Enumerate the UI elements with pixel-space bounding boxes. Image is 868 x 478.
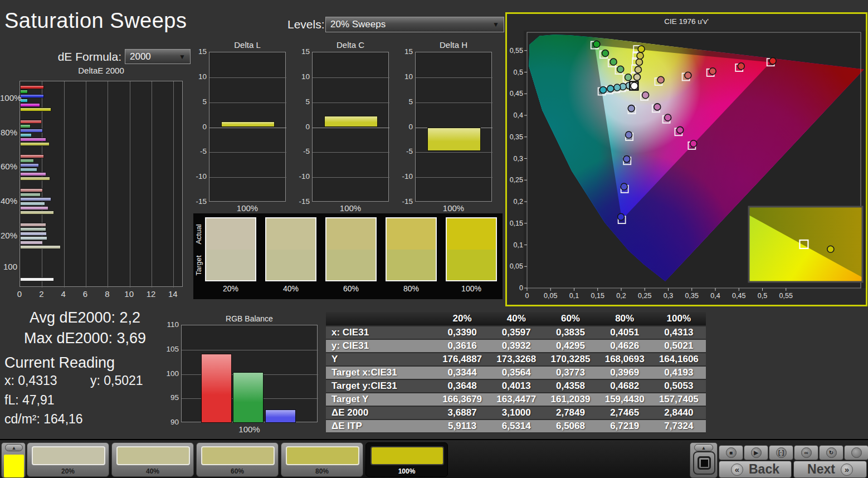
- play-button[interactable]: ▶: [744, 445, 768, 460]
- actual-target-swatch: [446, 217, 497, 281]
- x-tick-label: 2: [36, 289, 47, 299]
- de-formula-dropdown[interactable]: 2000 ▼: [125, 49, 191, 64]
- gridline: [416, 77, 492, 78]
- up-arrow-icon[interactable]: ▲: [5, 444, 23, 451]
- chart-title: Delta H: [415, 40, 492, 50]
- avg-de2000: Avg dE2000: 2,2: [0, 308, 170, 328]
- svg-text:0,5: 0,5: [514, 69, 523, 76]
- actual-target-swatch: [205, 217, 256, 281]
- refresh-button[interactable]: ↻: [819, 445, 843, 460]
- table-cell: 173,3268: [489, 353, 543, 365]
- row-label: ΔE ITP: [326, 420, 435, 432]
- deltae-bar-20%: [20, 227, 46, 231]
- x-tick-label: 14: [167, 289, 178, 299]
- chevron-down-icon: ▼: [492, 21, 499, 28]
- gridline: [209, 103, 286, 103]
- x-category-label: 100%: [181, 425, 318, 434]
- svg-text:0,4: 0,4: [514, 111, 523, 119]
- deltae-bar-40%: [20, 211, 54, 214]
- deltae-bar-40%: [20, 188, 43, 192]
- calibration-app-window: Saturation Sweeps dE Formula: 2000 ▼ Lev…: [0, 0, 868, 478]
- table-cell: 0,3969: [598, 367, 652, 379]
- y-tick-label: -5: [294, 147, 310, 155]
- table-cell: 0,4358: [543, 380, 597, 392]
- x-tick-label: 10: [124, 289, 135, 299]
- back-button[interactable]: « Back: [719, 461, 792, 478]
- current-patch-panel: ▲: [1, 442, 26, 478]
- tile-20%[interactable]: 20%: [27, 442, 109, 477]
- deltae-bar-80%: [20, 129, 43, 133]
- gridline: [64, 81, 65, 287]
- tile-80%[interactable]: 80%: [281, 442, 363, 477]
- svg-text:0,15: 0,15: [591, 292, 604, 300]
- deltae-bar-60%: [20, 154, 44, 158]
- step-button[interactable]: [·]: [769, 445, 793, 460]
- table-cell: 2,8440: [652, 407, 706, 419]
- svg-text:0,25: 0,25: [638, 292, 651, 300]
- y-tick-label: 15: [397, 47, 413, 56]
- table-row: y: CIE310,36160,39320,42950,46260,5021: [326, 340, 706, 352]
- table-cell: 0,5053: [652, 380, 706, 392]
- actual-color: [266, 218, 315, 250]
- delta_c-plot: [312, 52, 389, 202]
- delta-c-chart: Delta C151050-5-10-15100%: [294, 38, 390, 214]
- up-arrow-icon[interactable]: ▲: [694, 444, 713, 451]
- gridline: [108, 81, 108, 287]
- svg-text:0,55: 0,55: [510, 47, 523, 55]
- play-icon: ▶: [751, 447, 762, 458]
- deltae-bar-80%: [20, 142, 50, 146]
- tile-swatch: [32, 446, 105, 465]
- table-cell: 7,7324: [652, 420, 706, 432]
- next-button[interactable]: Next »: [793, 461, 867, 478]
- tile-label: 100%: [366, 467, 447, 475]
- stop-button[interactable]: ■: [719, 445, 743, 460]
- y-tick-label: -15: [397, 197, 413, 206]
- table-cell: 0,4193: [652, 367, 706, 379]
- column-header: 20%: [435, 312, 489, 325]
- deltae-bar-100%: [20, 99, 28, 103]
- cie-measured-circle-yellow: [636, 58, 642, 65]
- deltae2000-chart: DeltaE 200002468101214100%80%60%40%20%10…: [0, 66, 192, 300]
- deltae-bar-40%: [20, 197, 51, 201]
- cie-measured-circle-blue: [623, 155, 630, 162]
- target-color: [326, 250, 376, 281]
- row-label: Target Y: [326, 393, 435, 406]
- cie-measured-circle-yellow: [638, 46, 645, 52]
- tile-label: 80%: [281, 467, 363, 475]
- actual-target-swatch: [325, 217, 377, 281]
- current-reading-cdm2: cd/m²: 164,16: [4, 412, 83, 427]
- rgb-plot: [181, 325, 318, 422]
- tile-40%[interactable]: 40%: [111, 442, 194, 477]
- table-header-row: 20%40%60%80%100%: [326, 312, 706, 325]
- y-tick-label: 90: [164, 418, 179, 426]
- y-tick-label: -10: [397, 172, 413, 181]
- de-summary: Avg dE2000: 2,2 Max dE2000: 3,69: [0, 308, 170, 349]
- gridline: [313, 177, 389, 178]
- tile-60%[interactable]: 60%: [196, 442, 279, 477]
- table-cell: 0,3932: [489, 340, 543, 352]
- current-patch-swatch: [4, 455, 24, 477]
- deltae-bar-40%: [20, 206, 48, 210]
- gridline: [416, 177, 492, 178]
- cie-1976-chart-panel[interactable]: CIE 1976 u'v'00,050,10,150,20,250,30,350…: [505, 12, 867, 306]
- svg-text:0,4: 0,4: [710, 292, 720, 300]
- target-color: [447, 250, 496, 281]
- table-cell: 0,4682: [598, 380, 652, 392]
- table-cell: 6,7219: [598, 420, 652, 432]
- tile-100%[interactable]: 100%: [365, 442, 448, 477]
- blank-button[interactable]: [844, 445, 868, 460]
- loop-button[interactable]: ∞: [794, 445, 818, 460]
- row-label: x: CIE31: [326, 326, 435, 339]
- deltae-plot: [19, 81, 183, 287]
- actual-target-swatch: [265, 217, 316, 281]
- svg-text:0,1: 0,1: [569, 292, 579, 300]
- swatch-label: 100%: [446, 284, 497, 293]
- current-reading-fl: fL: 47,91: [4, 393, 55, 408]
- levels-dropdown[interactable]: 20% Sweeps ▼: [325, 17, 504, 32]
- svg-text:0,1: 0,1: [514, 241, 523, 249]
- cie-measured-circle-red: [709, 68, 716, 75]
- column-header: 80%: [598, 312, 652, 325]
- swatch-label: 60%: [325, 284, 377, 293]
- stop-measure-button[interactable]: [693, 451, 715, 475]
- cie-diagram: CIE 1976 u'v'00,050,10,150,20,250,30,350…: [507, 14, 866, 303]
